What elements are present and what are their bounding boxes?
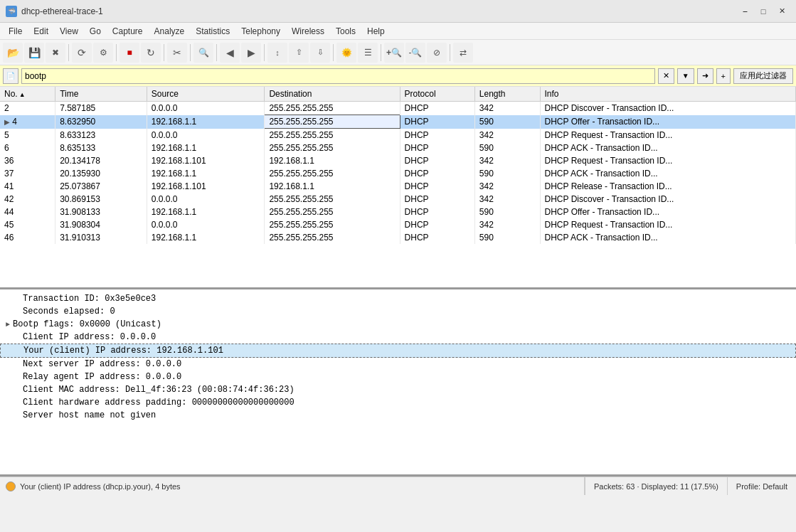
table-row[interactable]: 4431.908133192.168.1.1255.255.255.255DHC… (0, 206, 796, 218)
find-button[interactable]: 🔍 (193, 43, 213, 63)
col-no[interactable]: No.▲ (0, 87, 55, 102)
menu-telephony[interactable]: Telephony (235, 25, 286, 38)
reload-button[interactable]: ⟳ (72, 43, 92, 63)
menu-edit[interactable]: Edit (28, 25, 54, 38)
toolbar-sep-4 (190, 44, 191, 61)
table-row[interactable]: 4531.9083040.0.0.0255.255.255.255DHCP342… (0, 218, 796, 231)
app-icon: 🦈 (6, 6, 17, 17)
toolbar-sep-5 (216, 44, 217, 61)
status-profile: Profile: Default (727, 477, 796, 495)
restart-button[interactable]: ↻ (141, 43, 161, 63)
packet-table: No.▲ Time Source Destination Protocol Le… (0, 87, 796, 244)
menu-capture[interactable]: Capture (107, 25, 149, 38)
menu-view[interactable]: View (54, 25, 84, 38)
save-button[interactable]: 💾 (24, 43, 44, 63)
back-button[interactable]: ◀ (220, 43, 240, 63)
packet-table-header: No.▲ Time Source Destination Protocol Le… (0, 87, 796, 102)
zoom-in-button[interactable]: +🔍 (384, 43, 404, 63)
table-row[interactable]: 68.635133192.168.1.1255.255.255.255DHCP5… (0, 142, 796, 154)
menu-file[interactable]: File (3, 25, 28, 38)
toolbar-sep-8 (381, 44, 381, 61)
filter-bookmark-button[interactable]: + (716, 68, 731, 84)
toolbar-sep-9 (450, 44, 450, 61)
toolbar-sep-2 (116, 44, 117, 61)
col-dest[interactable]: Destination (265, 87, 400, 102)
toolbar-sep-1 (68, 44, 69, 61)
detail-row[interactable]: Client IP address: 0.0.0.0 (0, 331, 796, 344)
col-time[interactable]: Time (55, 87, 147, 102)
go-packet-button[interactable]: ↕ (267, 43, 287, 63)
detail-row[interactable]: Server host name not given (0, 409, 796, 422)
col-info[interactable]: Info (540, 87, 795, 102)
filter-history-button[interactable]: ▼ (677, 68, 694, 84)
first-packet-button[interactable]: ⇧ (289, 43, 309, 63)
table-row[interactable]: 27.5871850.0.0.0255.255.255.255DHCP342DH… (0, 102, 796, 115)
packet-list-container[interactable]: No.▲ Time Source Destination Protocol Le… (0, 87, 796, 289)
detail-row[interactable]: Transaction ID: 0x3e5e0ce3 (0, 292, 796, 305)
delete-packet-button[interactable]: ✂ (167, 43, 187, 63)
stop-button[interactable]: ■ (120, 43, 139, 63)
expand-icon: ► (6, 321, 10, 329)
col-proto[interactable]: Protocol (400, 87, 474, 102)
toolbar-sep-3 (164, 44, 164, 61)
title-bar: 🦈 dhcp-ethereal-trace-1 ‒ □ ✕ (0, 0, 796, 23)
status-message: Your (client) IP address (dhcp.ip.your),… (20, 482, 181, 491)
window-title: dhcp-ethereal-trace-1 (21, 6, 736, 16)
sort-arrow-no: ▲ (19, 91, 26, 98)
table-row[interactable]: ▶ 48.632950192.168.1.1255.255.255.255DHC… (0, 115, 796, 129)
status-right: Packets: 63 · Displayed: 11 (17.5%) Prof… (584, 477, 796, 495)
forward-button[interactable]: ▶ (241, 43, 261, 63)
table-row[interactable]: 3620.134178192.168.1.101192.168.1.1DHCP3… (0, 154, 796, 167)
close-file-button[interactable]: ✖ (46, 43, 65, 63)
minimize-button[interactable]: ‒ (736, 4, 753, 19)
menu-wireless[interactable]: Wireless (286, 25, 330, 38)
detail-row[interactable]: Your (client) IP address: 192.168.1.101 (0, 344, 796, 358)
table-row[interactable]: 4125.073867192.168.1.101192.168.1.1DHCP3… (0, 180, 796, 193)
open-button[interactable]: 📂 (3, 43, 23, 63)
status-bar: Your (client) IP address (dhcp.ip.your),… (0, 477, 796, 495)
close-button[interactable]: ✕ (773, 4, 790, 19)
status-indicator (6, 482, 16, 491)
maximize-button[interactable]: □ (755, 4, 772, 19)
detail-row[interactable]: ►Bootp flags: 0x0000 (Unicast) (0, 318, 796, 331)
toolbar: 📂 💾 ✖ ⟳ ⚙ ■ ↻ ✂ 🔍 ◀ ▶ ↕ ⇧ ⇩ 🌞 ☰ +🔍 -🔍 ⊘ … (0, 40, 796, 65)
col-len[interactable]: Length (474, 87, 540, 102)
table-row[interactable]: 4631.910313192.168.1.1255.255.255.255DHC… (0, 231, 796, 244)
detail-row[interactable]: Next server IP address: 0.0.0.0 (0, 358, 796, 371)
detail-row[interactable]: Relay agent IP address: 0.0.0.0 (0, 371, 796, 383)
filter-input[interactable] (21, 68, 655, 84)
resize-columns-button[interactable]: ⇄ (453, 43, 473, 63)
packet-tbody: 27.5871850.0.0.0255.255.255.255DHCP342DH… (0, 102, 796, 245)
status-packets: Packets: 63 · Displayed: 11 (17.5%) (585, 477, 727, 495)
table-row[interactable]: 58.6331230.0.0.0255.255.255.255DHCP342DH… (0, 129, 796, 142)
menu-analyze[interactable]: Analyze (149, 25, 191, 38)
col-source[interactable]: Source (147, 87, 265, 102)
status-left: Your (client) IP address (dhcp.ip.your),… (0, 482, 584, 491)
detail-row[interactable]: Client MAC address: Dell_4f:36:23 (00:08… (0, 383, 796, 396)
table-row[interactable]: 4230.8691530.0.0.0255.255.255.255DHCP342… (0, 193, 796, 206)
filter-arrow-button[interactable]: ➜ (697, 68, 713, 84)
last-packet-button[interactable]: ⇩ (310, 43, 330, 63)
menu-tools[interactable]: Tools (330, 25, 361, 38)
menu-bar: File Edit View Go Capture Analyze Statis… (0, 23, 796, 40)
colorize-button[interactable]: 🌞 (336, 43, 356, 63)
filter-bar: 📄 ✕ ▼ ➜ + 应用此过滤器 (0, 65, 796, 87)
menu-go[interactable]: Go (84, 25, 107, 38)
window-controls: ‒ □ ✕ (736, 4, 790, 19)
zoom-normal-button[interactable]: ⊘ (427, 43, 447, 63)
detail-pane[interactable]: Transaction ID: 0x3e5e0ce3Seconds elapse… (0, 289, 796, 477)
filter-apply-button[interactable]: 应用此过滤器 (733, 68, 793, 84)
filter-clear-button[interactable]: ✕ (658, 68, 674, 84)
zoom-out-button[interactable]: -🔍 (405, 43, 425, 63)
detail-row[interactable]: Seconds elapsed: 0 (0, 305, 796, 318)
toolbar-sep-7 (333, 44, 334, 61)
auto-scroll-button[interactable]: ☰ (358, 43, 378, 63)
filter-expression-button[interactable]: 📄 (3, 68, 18, 84)
capture-opts-button[interactable]: ⚙ (93, 43, 113, 63)
menu-statistics[interactable]: Statistics (190, 25, 235, 38)
table-row[interactable]: 3720.135930192.168.1.1255.255.255.255DHC… (0, 167, 796, 180)
menu-help[interactable]: Help (361, 25, 391, 38)
detail-row[interactable]: Client hardware address padding: 0000000… (0, 396, 796, 409)
toolbar-sep-6 (264, 44, 265, 61)
